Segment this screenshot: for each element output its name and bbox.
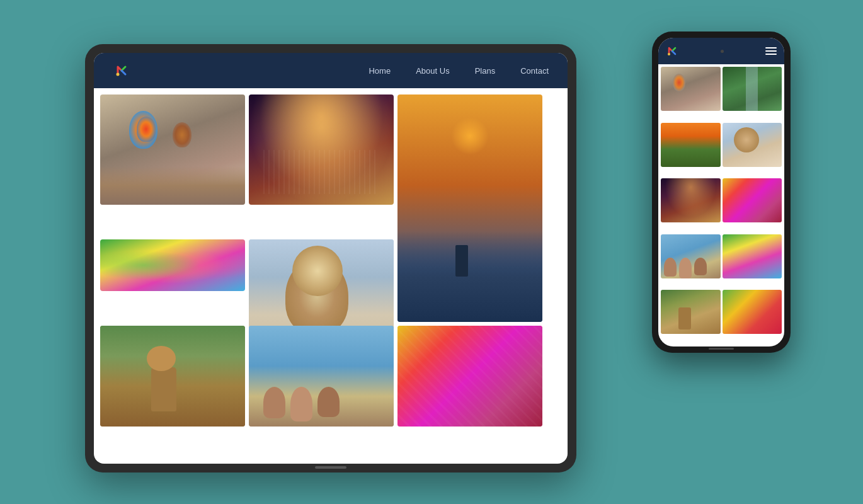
nav-plans[interactable]: Plans — [475, 66, 496, 76]
nav-about[interactable]: About Us — [416, 66, 449, 76]
photo-concert[interactable] — [249, 94, 394, 205]
tablet-nav-links: Home About Us Plans Contact — [369, 66, 549, 76]
tablet-home-indicator — [315, 466, 346, 469]
nav-contact[interactable]: Contact — [520, 66, 549, 76]
photo-person-sunset[interactable] — [397, 94, 542, 322]
nav-home[interactable]: Home — [369, 66, 391, 76]
svg-point-1 — [668, 53, 670, 55]
scene: Home About Us Plans Contact — [54, 13, 809, 491]
photo-balloons[interactable] — [100, 94, 245, 205]
phone-photo-balloons[interactable] — [661, 67, 721, 111]
phone-photo-concert-small[interactable] — [661, 178, 721, 222]
phone-device — [652, 32, 791, 353]
phone-photo-deer-small[interactable] — [661, 290, 721, 334]
photo-color-powder[interactable] — [100, 239, 245, 291]
phone-screen — [658, 38, 784, 346]
phone-photo-waterfall[interactable] — [723, 67, 782, 111]
svg-point-0 — [117, 73, 120, 76]
photo-tulips[interactable] — [397, 326, 542, 427]
phone-navbar — [658, 38, 784, 64]
phone-photo-field[interactable] — [661, 123, 721, 167]
phone-photo-dog-small[interactable] — [723, 123, 782, 167]
phone-hamburger-menu[interactable] — [765, 47, 777, 55]
tablet-logo[interactable] — [113, 62, 130, 79]
phone-home-indicator — [709, 348, 734, 350]
phone-photo-grid — [658, 64, 784, 346]
tablet-screen: Home About Us Plans Contact — [94, 53, 568, 464]
tablet-photo-grid — [94, 88, 568, 464]
tablet-device: Home About Us Plans Contact — [85, 44, 576, 472]
phone-photo-tulips-2[interactable] — [723, 290, 782, 334]
photo-deer[interactable] — [100, 326, 245, 427]
tablet-navbar: Home About Us Plans Contact — [94, 53, 568, 88]
phone-camera-dot — [678, 50, 765, 53]
phone-logo-icon — [666, 45, 678, 57]
phone-photo-tulips-small[interactable] — [723, 178, 782, 222]
phone-photo-powder-small[interactable] — [723, 234, 782, 278]
photo-friends[interactable] — [249, 326, 394, 427]
phone-photo-friends-small[interactable] — [661, 234, 721, 278]
